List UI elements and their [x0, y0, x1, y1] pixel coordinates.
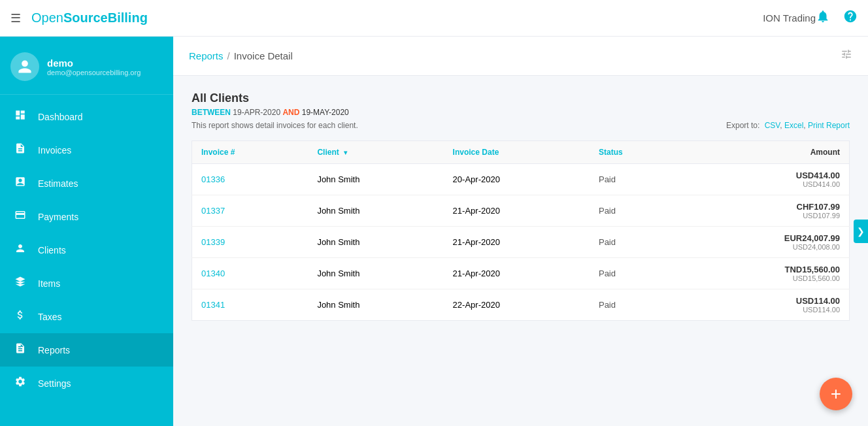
table-row: 01339 John Smith 21-Apr-2020 Paid EUR24,…: [192, 227, 850, 258]
cell-status: Paid: [590, 289, 684, 321]
main-content: Reports / Invoice Detail All Clients BET…: [173, 37, 868, 426]
report-desc-text: This report shows detail invoices for ea…: [192, 121, 358, 130]
sidebar-item-dashboard[interactable]: Dashboard: [0, 100, 173, 133]
export-excel-link[interactable]: Excel: [784, 121, 803, 130]
clients-icon: [13, 242, 27, 257]
estimates-icon: [13, 176, 27, 191]
cell-client: John Smith: [308, 195, 443, 227]
sidebar-item-estimates[interactable]: Estimates: [0, 167, 173, 200]
filter-icon[interactable]: [841, 48, 852, 63]
breadcrumb-separator: /: [227, 50, 230, 61]
table-header: Invoice # Client ▾ Invoice Date Status A…: [192, 141, 850, 164]
table-row: 01340 John Smith 21-Apr-2020 Paid TND15,…: [192, 258, 850, 289]
table-row: 01336 John Smith 20-Apr-2020 Paid USD414…: [192, 164, 850, 195]
sidebar-item-clients[interactable]: Clients: [0, 233, 173, 267]
cell-amount: USD414.00 USD414.00: [684, 164, 849, 195]
sidebar-item-reports[interactable]: Reports: [0, 333, 173, 367]
cell-status: Paid: [590, 258, 684, 289]
sidebar-item-label: Reports: [38, 345, 70, 355]
sidebar-item-settings[interactable]: Settings: [0, 367, 173, 400]
cell-invoice: 01340: [192, 258, 309, 289]
export-print-link[interactable]: Print Report: [808, 121, 850, 130]
cell-amount: EUR24,007.99 USD24,008.00: [684, 227, 849, 258]
sidebar-item-label: Settings: [38, 378, 71, 389]
date-from-val: 19-APR-2020: [233, 108, 280, 117]
sort-icon: ▾: [344, 149, 347, 156]
table-row: 01341 John Smith 22-Apr-2020 Paid USD114…: [192, 289, 850, 321]
col-date: Invoice Date: [444, 141, 590, 164]
invoice-link[interactable]: 01339: [201, 237, 225, 247]
between-label: BETWEEN: [192, 108, 231, 117]
app-title: ION Trading: [763, 12, 816, 24]
report-subtitle: BETWEEN 19-APR-2020 AND 19-MAY-2020: [192, 108, 850, 117]
cell-date: 22-Apr-2020: [444, 289, 590, 321]
settings-icon: [13, 376, 27, 391]
help-icon[interactable]: [843, 9, 858, 27]
sidebar-item-label: Payments: [38, 212, 78, 222]
sidebar-item-label: Estimates: [38, 178, 78, 189]
cell-date: 20-Apr-2020: [444, 164, 590, 195]
cell-invoice: 01336: [192, 164, 309, 195]
hamburger-icon[interactable]: ☰: [10, 11, 21, 25]
cell-date: 21-Apr-2020: [444, 195, 590, 227]
col-status: Status: [590, 141, 684, 164]
invoice-link[interactable]: 01340: [201, 269, 225, 278]
date-to: 19-MAY-2020: [302, 108, 349, 117]
cell-amount: TND15,560.00 USD15,560.00: [684, 258, 849, 289]
report-table: Invoice # Client ▾ Invoice Date Status A…: [192, 140, 850, 321]
side-collapse-tab[interactable]: ❯: [854, 220, 868, 243]
fab-add-button[interactable]: +: [820, 378, 852, 410]
breadcrumb-current: Invoice Detail: [234, 50, 293, 61]
table-body: 01336 John Smith 20-Apr-2020 Paid USD414…: [192, 164, 850, 321]
table-header-row: Invoice # Client ▾ Invoice Date Status A…: [192, 141, 850, 164]
page-header: Reports / Invoice Detail: [173, 37, 868, 76]
report-area: All Clients BETWEEN 19-APR-2020 AND 19-M…: [173, 76, 868, 426]
cell-client: John Smith: [308, 164, 443, 195]
cell-date: 21-Apr-2020: [444, 258, 590, 289]
sidebar-item-taxes[interactable]: Taxes: [0, 300, 173, 333]
body-wrap: demo demo@opensourcebilling.org Dashboar…: [0, 37, 868, 426]
report-title: All Clients: [192, 91, 850, 105]
reports-icon: [13, 342, 27, 357]
amount-secondary: USD15,560.00: [693, 274, 840, 282]
col-client[interactable]: Client ▾: [308, 141, 443, 164]
amount-primary: CHF107.99: [693, 202, 840, 212]
sidebar-item-invoices[interactable]: Invoices: [0, 133, 173, 167]
col-invoice: Invoice #: [192, 141, 309, 164]
invoice-link[interactable]: 01341: [201, 300, 225, 310]
invoices-icon: [13, 142, 27, 157]
cell-client: John Smith: [308, 289, 443, 321]
invoice-link[interactable]: 01336: [201, 174, 225, 184]
notification-icon[interactable]: [816, 9, 830, 27]
sidebar-nav: DashboardInvoicesEstimatesPaymentsClient…: [0, 95, 173, 426]
col-amount: Amount: [684, 141, 849, 164]
cell-amount: USD114.00 USD114.00: [684, 289, 849, 321]
sidebar-item-payments[interactable]: Payments: [0, 200, 173, 233]
amount-primary: USD414.00: [693, 171, 840, 180]
amount-secondary: USD24,008.00: [693, 243, 840, 251]
sidebar-user: demo demo@opensourcebilling.org: [0, 37, 173, 95]
cell-date: 21-Apr-2020: [444, 227, 590, 258]
table-row: 01337 John Smith 21-Apr-2020 Paid CHF107…: [192, 195, 850, 227]
sidebar-item-items[interactable]: Items: [0, 267, 173, 300]
amount-secondary: USD107.99: [693, 212, 840, 220]
topbar: ☰ OpenSourceBilling ION Trading: [0, 0, 868, 37]
cell-status: Paid: [590, 195, 684, 227]
invoice-link[interactable]: 01337: [201, 206, 225, 216]
cell-invoice: 01337: [192, 195, 309, 227]
sidebar-item-label: Dashboard: [38, 112, 83, 122]
sidebar-user-info: demo demo@opensourcebilling.org: [47, 57, 141, 76]
sidebar-item-label: Invoices: [38, 145, 71, 156]
amount-primary: EUR24,007.99: [693, 233, 840, 243]
dashboard-icon: [13, 109, 27, 124]
items-icon: [13, 276, 27, 291]
topbar-icons: [816, 9, 858, 27]
export-csv-link[interactable]: CSV: [765, 121, 780, 130]
breadcrumb-reports-link[interactable]: Reports: [189, 50, 224, 61]
sidebar-item-label: Clients: [38, 245, 66, 255]
avatar: [10, 52, 39, 81]
amount-secondary: USD414.00: [693, 180, 840, 188]
app-logo: OpenSourceBilling: [31, 10, 763, 25]
sidebar-item-label: Taxes: [38, 312, 62, 322]
taxes-icon: [13, 309, 27, 324]
